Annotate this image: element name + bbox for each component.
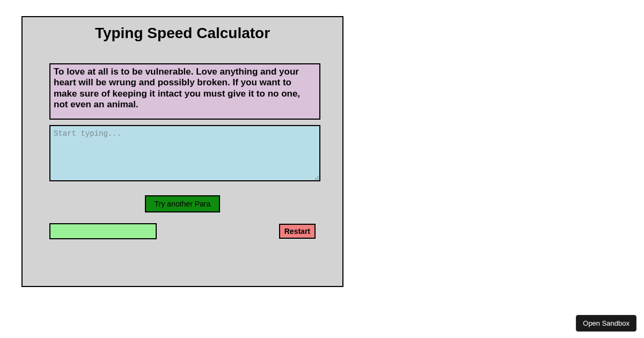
page-title: Typing Speed Calculator <box>49 25 316 42</box>
bottom-row: Restart <box>49 223 316 239</box>
result-display <box>49 223 157 239</box>
typing-input[interactable] <box>49 125 320 181</box>
restart-button[interactable]: Restart <box>279 224 316 239</box>
open-sandbox-button[interactable]: Open Sandbox <box>576 315 636 332</box>
prompt-paragraph: To love at all is to be vulnerable. Love… <box>49 63 320 120</box>
try-another-button[interactable]: Try another Para <box>145 195 221 212</box>
app-container: Typing Speed Calculator To love at all i… <box>21 16 343 287</box>
try-another-row: Try another Para <box>49 195 316 212</box>
